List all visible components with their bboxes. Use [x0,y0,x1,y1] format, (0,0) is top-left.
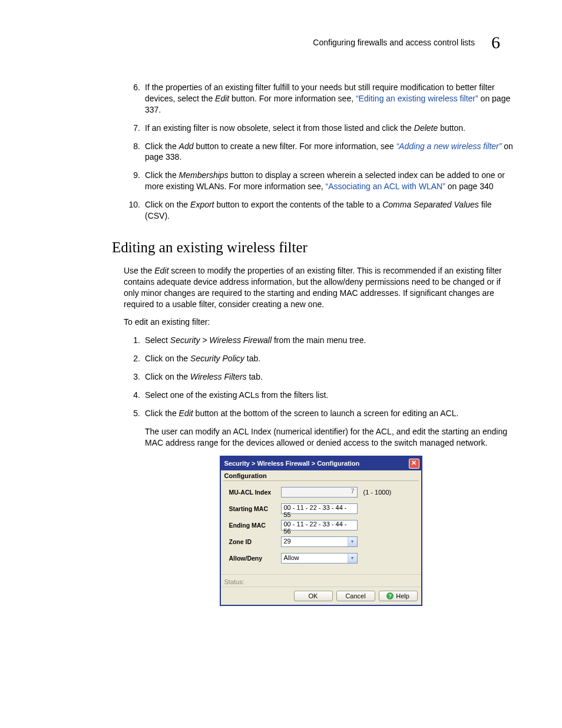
select-allowdeny[interactable]: Allow ▾ [281,553,358,564]
item-number: 3. [124,371,145,383]
page-header: Configuring firewalls and access control… [44,32,518,52]
section-label: Configuration [221,470,421,479]
divider [223,480,419,481]
label-startmac: Starting MAC [229,505,281,512]
help-icon: ? [386,592,394,599]
chevron-down-icon: ▾ [348,537,357,546]
list-item: 2. Click on the Security Policy tab. [124,353,518,364]
form-row-allowdeny: Allow/Deny Allow ▾ [229,553,415,564]
item-number: 5. [124,408,145,419]
select-value: 29 [282,537,348,546]
header-title: Configuring firewalls and access control… [313,38,475,47]
select-value: Allow [282,554,348,563]
button-row: OK Cancel ? Help [221,587,421,605]
input-endmac[interactable]: 00 - 11 - 22 - 33 - 44 - 56 [281,520,358,531]
item-body: Click the Edit button at the bottom of t… [145,408,518,419]
close-icon[interactable]: ✕ [409,459,419,469]
section-heading: Editing an existing wireless filter [112,239,518,256]
link-assoc-acl[interactable]: “Associating an ACL with WLAN” [326,182,445,191]
label-endmac: Ending MAC [229,522,281,529]
list-item: 8. Click the Add button to create a new … [124,141,518,163]
item-body: Click on the Security Policy tab. [145,353,518,364]
dialog-title-text: Security > Wireless Firewall > Configura… [224,460,360,467]
configuration-dialog: Security > Wireless Firewall > Configura… [220,456,422,606]
item-body: Select one of the existing ACLs from the… [145,390,518,401]
item-body: If the properties of an existing filter … [145,82,518,116]
select-zoneid[interactable]: 29 ▾ [281,536,358,547]
help-label: Help [396,592,409,599]
ok-button[interactable]: OK [294,591,333,601]
dialog-titlebar: Security > Wireless Firewall > Configura… [221,457,421,470]
list-item: 3. Click on the Wireless Filters tab. [124,371,518,383]
item-body: Click the Memberships button to display … [145,170,518,192]
procedure-list-1: 6. If the properties of an existing filt… [124,82,518,222]
chapter-number: 6 [491,32,500,52]
link-edit-filter[interactable]: “Editing an existing wireless filter” [356,94,478,103]
item-number: 10. [124,199,145,222]
list-item: 9. Click the Memberships button to displ… [124,170,518,192]
form-row-startmac: Starting MAC 00 - 11 - 22 - 33 - 44 - 55 [229,503,415,514]
item-number: 4. [124,390,145,401]
chevron-down-icon: ▾ [348,554,357,563]
item-body: Click on the Export button to export the… [145,199,518,222]
list-item: 1. Select Security > Wireless Firewall f… [124,335,518,346]
form-area: MU-ACL Index 7 (1 - 1000) Starting MAC 0… [221,485,421,574]
item-number: 1. [124,335,145,346]
range-hint: (1 - 1000) [363,489,392,496]
help-button[interactable]: ? Help [379,591,418,601]
link-add-filter[interactable]: “Adding a new wireless filter” [396,141,501,151]
status-label: Status: [221,574,421,587]
cancel-button[interactable]: Cancel [336,591,375,601]
paragraph: Use the Edit screen to modify the proper… [124,265,518,310]
item-number: 7. [124,123,145,134]
item-body: Select Security > Wireless Firewall from… [145,335,518,346]
list-item: 5. Click the Edit button at the bottom o… [124,408,518,419]
item-body: If an existing filter is now obsolete, s… [145,123,518,134]
paragraph: To edit an existing filter: [124,317,518,328]
item-body: Click on the Wireless Filters tab. [145,371,518,383]
label-allowdeny: Allow/Deny [229,555,281,562]
label-zoneid: Zone ID [229,538,281,545]
list-item: 10. Click on the Export button to export… [124,199,518,222]
input-muacl[interactable]: 7 [281,487,358,498]
procedure-list-2: 1. Select Security > Wireless Firewall f… [124,335,518,419]
item-number: 2. [124,353,145,364]
item-number: 9. [124,170,145,192]
list-item: 6. If the properties of an existing filt… [124,82,518,116]
form-row-zoneid: Zone ID 29 ▾ [229,536,415,547]
list-item: 4. Select one of the existing ACLs from … [124,390,518,401]
label-muacl: MU-ACL Index [229,489,281,496]
input-startmac[interactable]: 00 - 11 - 22 - 33 - 44 - 55 [281,503,358,514]
form-row-muacl: MU-ACL Index 7 (1 - 1000) [229,487,415,498]
form-row-endmac: Ending MAC 00 - 11 - 22 - 33 - 44 - 56 [229,520,415,531]
item-body: Click the Add button to create a new fil… [145,141,518,163]
list-item: 7. If an existing filter is now obsolete… [124,123,518,134]
item-number: 8. [124,141,145,163]
item-number: 6. [124,82,145,116]
paragraph: The user can modify an ACL Index (numeri… [145,426,518,449]
